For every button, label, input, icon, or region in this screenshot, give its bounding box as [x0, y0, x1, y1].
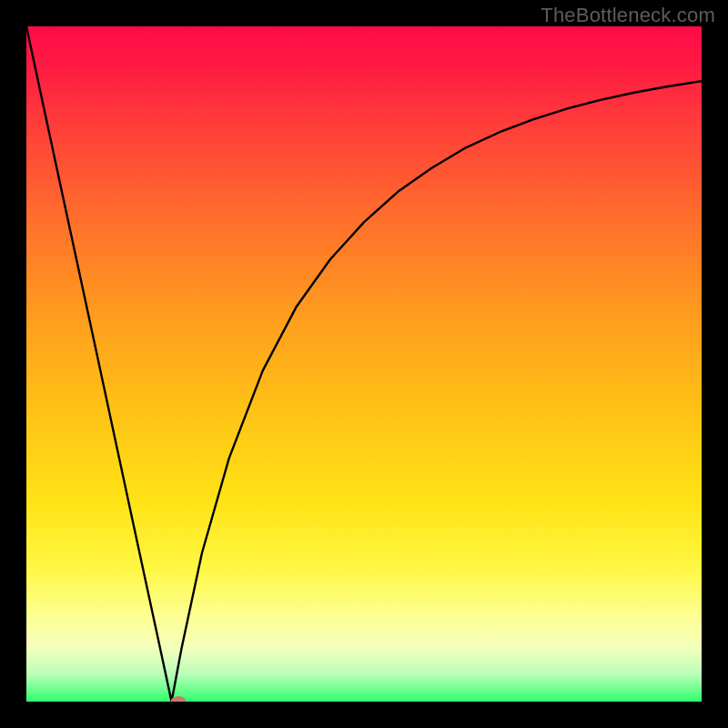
bottleneck-curve	[26, 26, 702, 702]
marker-dot	[170, 696, 186, 702]
chart-frame: TheBottleneck.com	[0, 0, 728, 728]
plot-area	[26, 26, 702, 702]
watermark-label: TheBottleneck.com	[541, 4, 715, 27]
